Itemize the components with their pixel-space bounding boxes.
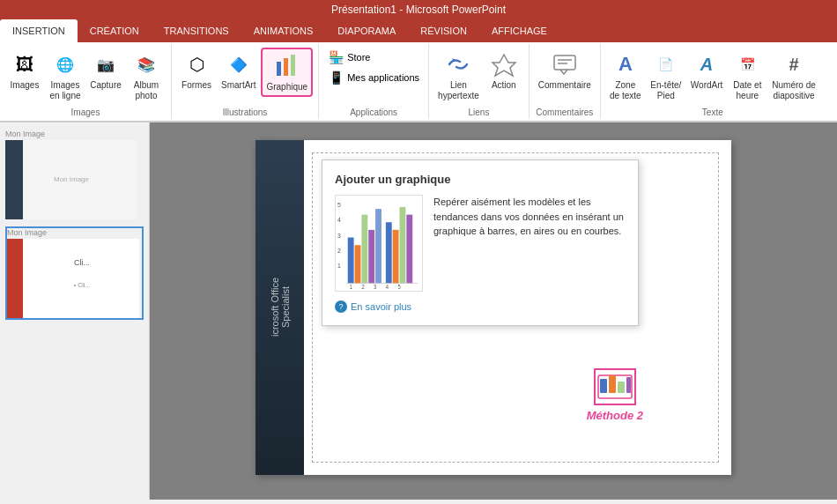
tab-animations[interactable]: ANIMATIONS [241, 19, 326, 42]
thumbnail-2-img: Cli... • Cli... [7, 239, 139, 318]
mes-applications-button[interactable]: 📱 Mes applications [324, 68, 423, 87]
store-icon: 🏪 [328, 49, 344, 65]
tab-creation[interactable]: CRÉATION [78, 19, 152, 42]
mes-applications-label: Mes applications [347, 72, 419, 83]
wordart-label: WordArt [691, 80, 723, 91]
date-heure-icon: 📅 [733, 50, 761, 78]
svg-rect-17 [609, 375, 616, 393]
applications-group-label: Applications [350, 106, 397, 117]
images-label: Images [11, 80, 40, 91]
svg-text:1: 1 [337, 262, 341, 270]
illustrations-group-items: ⬡ Formes 🔷 SmartArt Graphique [177, 48, 313, 106]
capture-button[interactable]: 📷 Capture [86, 48, 125, 93]
tab-diaporama[interactable]: DIAPORAMA [325, 19, 408, 42]
slide-sidebar: icrosoft OfficeSpecialist [256, 140, 304, 475]
tooltip-chart: 5 4 3 2 1 [335, 195, 423, 292]
formes-label: Formes [181, 80, 211, 91]
svg-rect-8 [5, 140, 23, 219]
lien-hypertexte-label: Lienhypertexte [438, 80, 479, 101]
commentaires-group-items: Commentaire [535, 48, 595, 106]
thumbnail-1-img: Mon Image [5, 140, 137, 219]
ribbon-container: INSERTION CRÉATION TRANSITIONS ANIMATION… [0, 19, 837, 122]
numero-diapositive-button[interactable]: # Numéro dediapositive [768, 48, 818, 104]
texte-group-label: Texte [702, 106, 723, 117]
tab-revision[interactable]: RÉVISION [408, 19, 479, 42]
tab-transitions[interactable]: TRANSITIONS [152, 19, 241, 42]
en-tete-pied-label: En-tête/Pied [650, 80, 681, 101]
commentaire-label: Commentaire [538, 80, 591, 91]
tab-insertion[interactable]: INSERTION [0, 19, 78, 42]
commentaire-button[interactable]: Commentaire [535, 48, 595, 93]
ribbon-group-liens: Lienhypertexte Action Liens [429, 44, 530, 119]
svg-rect-30 [386, 222, 392, 283]
images-group-items: 🖼 Images 🌐 Imagesen ligne 📷 Capture 📚 Al… [5, 48, 166, 106]
svg-rect-29 [375, 209, 381, 283]
store-button[interactable]: 🏪 Store [324, 48, 423, 67]
main-area: Mon Image Mon Image Mon Image Cli... • C… [0, 122, 837, 500]
zone-texte-icon: A [611, 50, 640, 78]
graphique-icon [273, 52, 301, 80]
tooltip-description: Repérer aisément les modèles et les tend… [433, 195, 626, 292]
zone-texte-button[interactable]: A Zonede texte [606, 48, 645, 104]
date-heure-button[interactable]: 📅 Date etheure [728, 48, 767, 104]
ribbon-group-applications: 🏪 Store 📱 Mes applications Applications [319, 44, 429, 119]
formes-icon: ⬡ [182, 50, 211, 78]
images-button[interactable]: 🖼 Images [5, 48, 44, 93]
en-tete-pied-icon: 📄 [652, 50, 680, 78]
svg-rect-19 [626, 377, 631, 393]
title-bar: Présentation1 - Microsoft PowerPoint [0, 0, 837, 19]
tooltip-title: Ajouter un graphique [335, 173, 626, 186]
svg-rect-4 [554, 56, 575, 70]
en-tete-pied-button[interactable]: 📄 En-tête/Pied [647, 48, 685, 104]
liens-group-label: Liens [468, 106, 489, 117]
graphique-button[interactable]: Graphique [261, 48, 313, 97]
tab-strip: INSERTION CRÉATION TRANSITIONS ANIMATION… [0, 19, 837, 42]
store-label: Store [347, 52, 370, 63]
thumbnail-2[interactable]: Mon Image Cli... • Cli... [5, 226, 144, 320]
thumbnail-2-num: Mon Image [7, 228, 142, 237]
svg-rect-32 [400, 207, 406, 283]
svg-rect-33 [406, 215, 412, 284]
method2-label: Méthode 2 [587, 409, 643, 422]
images-en-ligne-icon: 🌐 [51, 50, 79, 78]
svg-rect-28 [368, 230, 374, 283]
learn-more-label: En savoir plus [351, 301, 411, 312]
slide-sidebar-text: icrosoft OfficeSpecialist [270, 278, 291, 337]
svg-text:2: 2 [361, 284, 365, 290]
smartart-icon: 🔷 [225, 50, 253, 78]
images-en-ligne-button[interactable]: 🌐 Imagesen ligne [46, 48, 85, 104]
thumbnail-1[interactable]: Mon Image Mon Image [5, 130, 144, 219]
smartart-button[interactable]: 🔷 SmartArt [218, 48, 259, 93]
applications-small-group: 🏪 Store 📱 Mes applications [324, 48, 423, 87]
wordart-button[interactable]: A WordArt [687, 48, 727, 93]
svg-text:3: 3 [374, 284, 377, 290]
svg-text:Cli...: Cli... [74, 258, 90, 267]
formes-button[interactable]: ⬡ Formes [177, 48, 216, 93]
svg-rect-0 [277, 62, 281, 76]
learn-more-link[interactable]: ? En savoir plus [335, 300, 626, 313]
album-photo-button[interactable]: 📚 Albumphoto [127, 48, 166, 104]
svg-rect-25 [348, 238, 354, 284]
svg-text:5: 5 [337, 201, 341, 209]
action-button[interactable]: Action [485, 48, 523, 93]
graphique-label: Graphique [266, 82, 307, 93]
liens-group-items: Lienhypertexte Action [434, 48, 523, 106]
method2-area: Méthode 2 [587, 368, 643, 422]
ribbon: 🖼 Images 🌐 Imagesen ligne 📷 Capture 📚 Al… [0, 42, 837, 122]
mes-applications-icon: 📱 [328, 70, 344, 85]
lien-hypertexte-icon [444, 50, 472, 78]
ribbon-group-commentaires: Commentaire Commentaires [530, 44, 601, 119]
wordart-icon: A [693, 50, 721, 78]
svg-rect-31 [393, 230, 399, 283]
tab-affichage[interactable]: AFFICHAGE [479, 19, 559, 42]
smartart-label: SmartArt [221, 80, 256, 91]
svg-rect-1 [284, 58, 288, 76]
ribbon-group-illustrations: ⬡ Formes 🔷 SmartArt Graphique [172, 44, 319, 119]
svg-text:4: 4 [386, 284, 389, 290]
commentaire-icon [551, 50, 579, 78]
svg-text:Mon Image: Mon Image [54, 175, 90, 183]
svg-text:5: 5 [398, 284, 402, 290]
lien-hypertexte-button[interactable]: Lienhypertexte [434, 48, 483, 104]
svg-text:2: 2 [337, 246, 341, 254]
album-photo-label: Albumphoto [134, 80, 159, 101]
